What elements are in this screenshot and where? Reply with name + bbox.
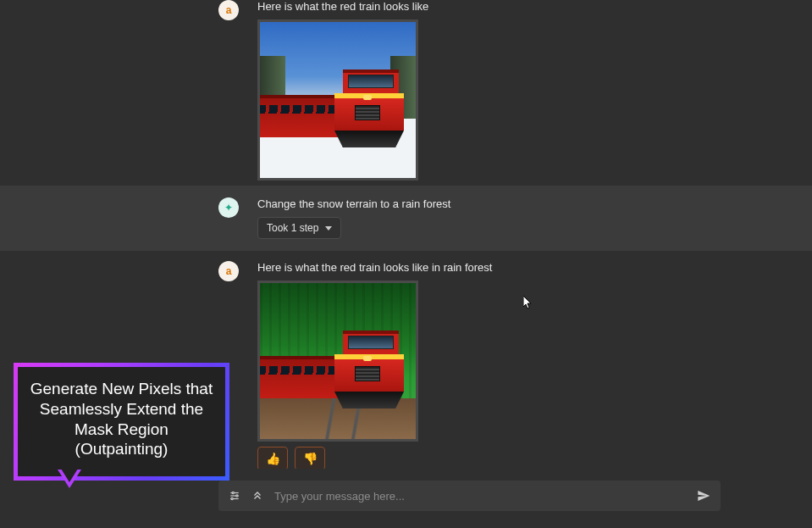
thumbs-down-icon: 👎 [303,452,318,465]
settings-sliders-icon[interactable] [229,490,240,502]
avatar-bot: a [218,0,239,20]
thumbs-up-button[interactable]: 👍 [257,447,288,469]
avatar-bot: a [218,261,239,281]
feedback-row: 👍 👎 [257,447,727,469]
steps-chip[interactable]: Took 1 step [257,217,341,239]
avatar-user: ✦ [218,197,239,218]
steps-chip-label: Took 1 step [267,222,318,234]
message-bot-1: a Here is what the red train looks like [0,0,812,186]
svg-point-4 [236,495,238,497]
message-text: Change the snow terrain to a rain forest [257,197,727,210]
message-input-bar [218,481,721,511]
avatar-user-glyph: ✦ [224,202,233,214]
message-user-1: ✦ Change the snow terrain to a rain fore… [0,186,812,251]
thumbs-up-icon: 👍 [266,452,280,465]
message-text: Here is what the red train looks like [257,0,727,13]
avatar-bot-glyph: a [226,4,232,16]
svg-point-5 [231,497,233,499]
thumbs-down-button[interactable]: 👎 [295,447,325,469]
chevron-down-icon [325,226,332,231]
message-input[interactable] [274,490,685,503]
annotation-callout: Generate New Pixels that Seamlessly Exte… [14,363,229,481]
generated-image-forest[interactable] [257,281,418,442]
collapse-up-icon[interactable] [252,491,262,501]
annotation-text: Generate New Pixels that Seamlessly Exte… [30,380,213,458]
generated-image-snow[interactable] [257,19,418,181]
send-button[interactable] [697,489,710,503]
annotation-callout-tail [61,469,78,482]
avatar-bot-glyph: a [226,265,232,277]
message-text: Here is what the red train looks like in… [257,261,727,274]
svg-point-3 [232,492,234,493]
